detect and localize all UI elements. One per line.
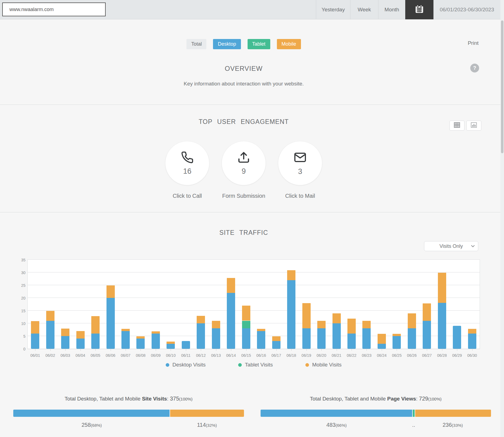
x-axis-label: 06/11 xyxy=(178,353,193,358)
y-axis-tick: 30 xyxy=(14,270,25,275)
bar-group-06-20: 06/20 xyxy=(314,260,329,349)
visits-only-value: Visits Only xyxy=(424,243,478,249)
date-range-value[interactable]: 06/01/2023-06/30/2023 xyxy=(433,0,500,19)
help-icon[interactable]: ? xyxy=(470,64,479,72)
x-axis-tickmark xyxy=(276,349,277,351)
traffic-plot: 0510152025303506/0106/0206/0306/0406/050… xyxy=(27,259,480,349)
stacked-bar xyxy=(182,341,190,349)
phone-icon xyxy=(181,151,194,165)
bar-group-06-30: 06/30 xyxy=(465,260,480,349)
stacked-bar xyxy=(408,313,416,349)
x-axis-tickmark xyxy=(337,349,337,351)
filter-total-button[interactable]: Total xyxy=(186,39,206,49)
bar-segment xyxy=(152,331,160,334)
bar-group-06-29: 06/29 xyxy=(450,260,464,349)
x-axis-label: 06/18 xyxy=(284,353,299,358)
stacked-bar xyxy=(167,341,175,349)
x-axis-tickmark xyxy=(186,349,186,351)
site-visits-labels: 258(68%)114(32%) xyxy=(13,417,244,429)
bar-group-06-25: 06/25 xyxy=(389,260,404,349)
filter-desktop-button[interactable]: Desktop xyxy=(213,39,241,49)
legend-item: Desktop Visits xyxy=(166,362,206,368)
week-button[interactable]: Week xyxy=(350,0,378,19)
engagement-item-click-to-mail: 3 Click to Mail xyxy=(278,141,322,199)
click-to-mail-count: 3 xyxy=(298,167,302,176)
month-button[interactable]: Month xyxy=(378,0,405,19)
x-axis-tickmark xyxy=(156,349,156,351)
x-axis-tickmark xyxy=(261,349,261,351)
page-views-summary-title: Total Desktop, Tablet and Mobile Page Vi… xyxy=(261,396,491,402)
yesterday-button[interactable]: Yesterday xyxy=(316,0,350,19)
legend-dot-icon xyxy=(305,363,309,367)
bar-chart-icon xyxy=(470,121,477,130)
vertical-scrollbar[interactable] xyxy=(500,0,504,437)
bar-segment xyxy=(242,305,250,321)
bar-segment xyxy=(91,316,100,334)
table-view-button[interactable] xyxy=(450,121,464,131)
stacked-bar xyxy=(423,303,431,349)
stacked-bar xyxy=(317,321,326,349)
x-axis-label: 06/25 xyxy=(389,353,404,358)
x-axis-label: 06/27 xyxy=(419,353,434,358)
stacked-bar xyxy=(257,329,265,349)
print-link[interactable]: Print xyxy=(468,40,479,46)
upload-icon xyxy=(237,151,250,165)
bar-group-06-23: 06/23 xyxy=(359,260,374,349)
page-views-labels: 483(66%)..236(33%) xyxy=(261,417,491,429)
x-axis-tickmark xyxy=(457,349,457,351)
x-axis-tickmark xyxy=(141,349,141,351)
x-axis-tickmark xyxy=(126,349,126,351)
x-axis-tickmark xyxy=(442,349,442,351)
bar-segment xyxy=(438,303,446,349)
click-to-mail-label: Click to Mail xyxy=(285,193,315,199)
bar-group-06-17: 06/17 xyxy=(269,260,284,349)
bar-group-06-04: 06/04 xyxy=(73,260,88,349)
x-axis-label: 06/21 xyxy=(329,353,344,358)
section-divider xyxy=(0,212,504,212)
page-views-bar xyxy=(261,410,491,417)
bar-segment xyxy=(152,334,160,349)
scrollbar-thumb[interactable] xyxy=(501,20,503,153)
visits-only-select[interactable]: Visits Only xyxy=(424,241,478,251)
summary-title-colon: : xyxy=(167,396,170,402)
bar-segment xyxy=(61,328,69,336)
y-axis-tick: 25 xyxy=(14,283,25,288)
site-traffic-title: SITE TRAFFIC xyxy=(0,229,487,236)
filter-mobile-button[interactable]: Mobile xyxy=(277,39,301,49)
x-axis-tickmark xyxy=(65,349,66,351)
bar-group-06-28: 06/28 xyxy=(435,260,450,349)
summary-title-bold: Site Visits xyxy=(142,396,167,402)
view-toggle-group xyxy=(450,121,481,131)
calendar-button[interactable] xyxy=(405,0,433,19)
site-url-input[interactable] xyxy=(2,2,106,16)
x-axis-label: 06/28 xyxy=(435,353,450,358)
x-axis-label: 06/16 xyxy=(254,353,269,358)
bar-group-06-06: 06/06 xyxy=(103,260,118,349)
chart-view-button[interactable] xyxy=(466,121,481,131)
site-visits-bar xyxy=(13,410,244,417)
site-visits-summary-title: Total Desktop, Tablet and Mobile Site Vi… xyxy=(13,396,244,402)
bar-group-06-07: 06/07 xyxy=(118,260,133,349)
bar-segment xyxy=(438,272,446,303)
y-axis-tick: 20 xyxy=(14,296,25,300)
x-axis-tickmark xyxy=(201,349,201,351)
click-to-mail-circle: 3 xyxy=(278,141,322,185)
bar-group-06-11: 06/11 xyxy=(178,260,193,349)
filter-tablet-button[interactable]: Tablet xyxy=(248,39,270,49)
bar-segment xyxy=(212,328,220,349)
bar-group-06-19: 06/19 xyxy=(299,260,314,349)
bar-segment xyxy=(393,336,401,349)
bar-segment xyxy=(257,329,265,331)
bar-segment xyxy=(347,334,356,349)
segment-label: 483(66%) xyxy=(326,422,347,428)
tablet-segment xyxy=(413,410,415,417)
mail-icon xyxy=(293,151,307,165)
bar-segment xyxy=(423,303,431,321)
x-axis-label: 06/10 xyxy=(163,353,178,358)
bar-segment xyxy=(227,293,235,349)
legend-label: Mobile Visits xyxy=(312,362,341,368)
stacked-bar xyxy=(453,326,461,349)
x-axis-tickmark xyxy=(231,349,231,351)
bar-segment xyxy=(46,311,54,321)
x-axis-tickmark xyxy=(171,349,171,351)
